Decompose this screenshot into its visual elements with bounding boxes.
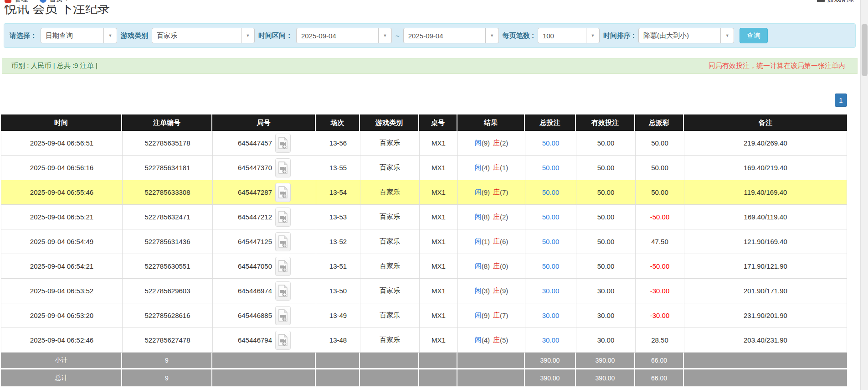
video-replay-button[interactable]	[275, 208, 291, 227]
empty-cell	[457, 353, 525, 368]
player-score: (8)	[482, 213, 490, 221]
round-id: 645447287	[238, 188, 272, 196]
cell-session: 13-49	[316, 303, 360, 328]
cell-game-type: 百家乐	[360, 131, 420, 155]
mode-select[interactable]: 日期查询 ▼	[41, 28, 117, 43]
cell-session: 13-48	[316, 328, 360, 352]
nav-item-admin[interactable]: 管理	[5, 0, 28, 4]
cell-payout: 47.50	[636, 229, 684, 254]
cell-time: 2025-09-04 06:54:49	[1, 229, 123, 254]
cell-total-bet: 50.00	[525, 180, 576, 204]
blue-globe-icon	[40, 0, 46, 3]
cell-table-no: MX1	[420, 131, 458, 155]
video-replay-button[interactable]	[275, 306, 291, 325]
cell-bet-id: 522785635178	[123, 131, 213, 155]
player-label: 闲	[475, 188, 482, 197]
cell-round-id: 645446885	[213, 303, 316, 328]
column-header-6: 结果	[457, 114, 525, 131]
banker-score: (2)	[500, 139, 508, 147]
cell-valid-bet: 30.00	[576, 328, 636, 352]
chevron-down-icon: ▼	[720, 28, 734, 43]
total-row-label: 总计	[1, 369, 122, 386]
cell-note: 219.40/269.40	[684, 131, 847, 155]
video-replay-icon	[278, 285, 288, 297]
cell-session: 13-50	[316, 279, 360, 303]
video-replay-button[interactable]	[275, 331, 291, 350]
mode-select-value: 日期查询	[41, 28, 103, 43]
video-replay-button[interactable]	[275, 183, 291, 202]
cell-game-type: 百家乐	[360, 254, 420, 278]
video-replay-button[interactable]	[275, 257, 291, 276]
column-header-1: 注单编号	[122, 114, 212, 131]
cell-payout: 50.00	[636, 131, 684, 155]
cell-session: 13-53	[316, 205, 360, 229]
video-replay-button[interactable]	[275, 134, 291, 153]
search-button[interactable]: 查询	[740, 28, 768, 43]
round-id: 645446885	[238, 312, 272, 319]
total-bet-link[interactable]: 30.00	[542, 312, 560, 319]
summary-note: 同局有效投注，统一计算在该局第一张注单内	[709, 62, 845, 70]
cell-valid-bet: 50.00	[576, 254, 636, 278]
cell-time: 2025-09-04 06:53:20	[1, 303, 123, 328]
title-area: 悦讯 会员 下注纪录	[0, 5, 859, 17]
page-button-1[interactable]: 1	[835, 94, 847, 107]
nav-item-home[interactable]: 首页 ▾	[40, 0, 68, 4]
cell-result: 闲(9) 庄(7)	[458, 180, 525, 204]
cell-table-no: MX1	[420, 156, 458, 180]
video-replay-button[interactable]	[275, 232, 291, 251]
cell-round-id: 645447287	[213, 180, 316, 204]
date-to-select[interactable]: 2025-09-04 ▼	[403, 28, 499, 43]
vertical-scrollbar-thumb[interactable]	[862, 24, 868, 76]
total-bet-link[interactable]: 50.00	[542, 139, 560, 147]
empty-cell	[360, 369, 419, 386]
total-bet-link[interactable]: 50.00	[542, 262, 560, 270]
chevron-down-icon: ▼	[378, 28, 391, 43]
cell-game-type: 百家乐	[360, 156, 420, 180]
cell-valid-bet: 30.00	[576, 303, 636, 328]
total-bet-link[interactable]: 50.00	[542, 188, 560, 196]
cell-round-id: 645447457	[213, 131, 316, 155]
player-label: 闲	[475, 139, 482, 147]
total-bet-link[interactable]: 50.00	[542, 164, 560, 172]
column-header-2: 局号	[212, 114, 316, 131]
cell-note: 119.40/169.40	[684, 180, 847, 204]
nav-item-game-records[interactable]: 游戏记录	[817, 0, 855, 4]
cell-session: 13-51	[316, 254, 360, 278]
vertical-scrollbar-track[interactable]	[860, 0, 868, 390]
player-score: (4)	[482, 336, 490, 344]
sort-select[interactable]: 降冪(由大到小) ▼	[638, 28, 734, 43]
cell-total-bet: 30.00	[525, 303, 576, 328]
nav-item-home-label: 首页	[49, 0, 63, 4]
game-type-select[interactable]: 百家乐 ▼	[152, 28, 255, 43]
monitor-icon	[817, 0, 825, 2]
cell-result: 闲(8) 庄(0)	[458, 254, 525, 278]
video-replay-button[interactable]	[275, 158, 291, 177]
empty-cell	[316, 369, 360, 386]
banker-score: (6)	[500, 238, 508, 245]
round-id: 645447125	[238, 238, 272, 245]
empty-cell	[212, 369, 316, 386]
total-bet-link[interactable]: 30.00	[542, 287, 560, 295]
total-bet-link[interactable]: 50.00	[542, 238, 560, 245]
cell-note: 169.40/219.40	[684, 156, 847, 180]
page-title: 悦讯 会员 下注纪录	[5, 5, 859, 16]
video-replay-button[interactable]	[275, 281, 291, 301]
cell-total-bet: 50.00	[525, 156, 576, 180]
cell-valid-bet: 30.00	[576, 279, 636, 303]
total-bet-link[interactable]: 30.00	[542, 336, 560, 344]
cell-note: 169.40/119.40	[684, 205, 847, 229]
cell-round-id: 645447050	[213, 254, 316, 278]
table-total-row: 小计 9 390.00 390.00 66.00	[1, 353, 847, 369]
cell-game-type: 百家乐	[360, 229, 420, 254]
cell-table-no: MX1	[420, 279, 458, 303]
banker-label: 庄	[493, 336, 500, 344]
date-from-select[interactable]: 2025-09-04 ▼	[296, 28, 392, 43]
cell-round-id: 645446794	[213, 328, 316, 352]
cell-valid-bet: 50.00	[576, 205, 636, 229]
cell-total-bet: 50.00	[525, 131, 576, 155]
page-size-select[interactable]: 100 ▼	[538, 28, 600, 43]
column-header-10: 备注	[684, 114, 847, 131]
total-bet-link[interactable]: 50.00	[542, 213, 560, 221]
round-id: 645447050	[238, 262, 272, 270]
cell-session: 13-54	[316, 180, 360, 204]
